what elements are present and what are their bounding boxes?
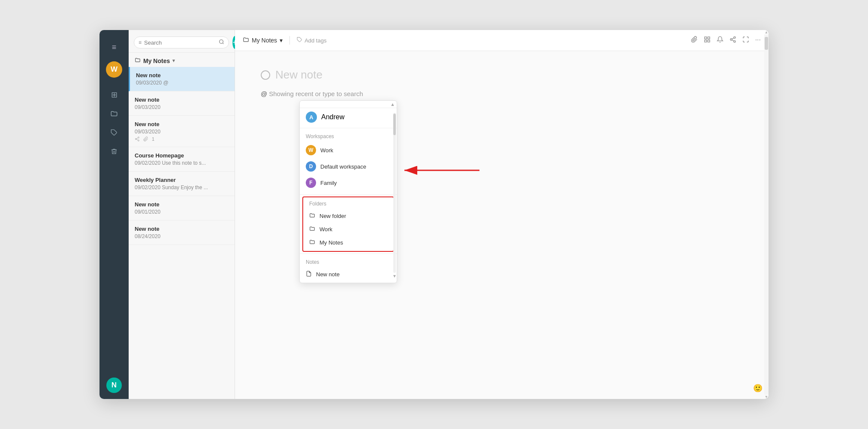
note-title: Weekly Planner [135,177,229,183]
share-toolbar-icon[interactable] [729,36,736,45]
dropdown-folders-section: Folders New folder Work [303,197,393,251]
filter-icon[interactable]: ≡ [139,39,142,45]
dropdown-scroll-down-icon[interactable]: ▼ [392,274,397,278]
folder-item-mynotes[interactable]: My Notes [309,236,387,249]
search-hint-text: Showing recent or type to search [269,90,363,97]
dropdown-divider [300,128,397,128]
notes-list-header: ≡ + [129,30,235,53]
notes-label: Notes [306,259,391,265]
add-tags-button[interactable]: Add tags [297,37,326,44]
toolbar-divider [289,36,290,45]
folder-breadcrumb[interactable]: My Notes ▾ [243,36,283,44]
workspace-dot-work: W [306,145,316,155]
notes-list-panel: ≡ + My Notes ▾ New note 09/03/2020 @ [129,30,235,399]
tag-icon[interactable] [106,124,122,141]
grid-icon[interactable]: ⊞ [106,87,122,103]
red-arrow [398,157,484,183]
svg-rect-11 [705,40,707,42]
svg-rect-12 [708,40,710,42]
search-bar[interactable]: ≡ [134,36,229,48]
search-input[interactable] [144,39,216,46]
more-options-icon[interactable]: ··· [755,36,761,45]
note-title: New note [135,201,229,208]
scroll-up-icon[interactable]: ▲ [765,30,769,34]
user-initial-badge: A [306,112,317,123]
svg-rect-10 [708,37,710,39]
add-tags-label: Add tags [304,37,326,44]
user-avatar[interactable]: W [106,61,122,78]
mention-dropdown: ▲ A Andrew Workspaces W Work D [299,100,397,283]
note-item[interactable]: Course Homepage 09/02/2020 Use this note… [129,147,235,172]
at-sign: @ [261,90,267,97]
note-item[interactable]: New note 09/03/2020 @ [129,67,235,91]
toolbar-folder-icon [243,36,249,44]
svg-point-14 [730,39,732,40]
note-icon [306,271,312,278]
grid-toolbar-icon[interactable] [704,36,711,45]
note-item[interactable]: New note 09/03/2020 [129,91,235,116]
note-item[interactable]: New note 09/03/2020 1 [129,116,235,147]
folder-name-work: Work [319,226,332,233]
folder-icon [309,239,315,246]
dropdown-divider-3 [300,254,397,254]
main-scrollbar: ▲ ▼ [764,30,769,399]
note-item[interactable]: Weekly Planner 09/02/2020 Sunday Enjoy t… [129,172,235,196]
main-area: My Notes ▾ Add tags [235,30,769,399]
attachment-toolbar-icon[interactable] [691,36,698,45]
note-date: 09/03/2020 [135,104,229,110]
folders-label: Folders [309,201,387,207]
dropdown-divider-2 [300,194,397,195]
emoji-button[interactable]: 🙂 [753,384,763,393]
folders-section-highlight: Folders New folder Work [302,196,394,252]
app-window: ≡ W ⊞ N ≡ + [99,30,769,399]
folder-icon[interactable] [106,106,122,122]
svg-point-13 [734,36,735,38]
attachment-count: 1 [152,136,154,142]
bell-icon[interactable] [717,36,723,45]
trash-icon[interactable] [106,143,122,160]
note-date: 09/01/2020 [135,209,229,215]
svg-point-15 [734,41,735,42]
note-title: New note [135,226,229,232]
scrollbar-thumb[interactable] [765,37,768,50]
svg-rect-9 [705,37,707,39]
dropdown-scroll-up-icon[interactable]: ▲ [390,102,395,107]
n-avatar[interactable]: N [106,378,122,393]
folder-item-new[interactable]: New folder [309,209,387,223]
note-date: 09/02/2020 Sunday Enjoy the ... [135,184,229,190]
notes-list: New note 09/03/2020 @ New note 09/03/202… [129,67,235,399]
note-date: 09/03/2020 [135,129,229,135]
folder-name-mynotes: My Notes [319,239,343,246]
folder-item-work[interactable]: Work [309,223,387,236]
svg-line-6 [136,139,138,140]
my-notes-header[interactable]: My Notes ▾ [129,53,235,67]
workspace-name-family: Family [320,180,337,186]
dropdown-user-item[interactable]: A Andrew [300,108,397,126]
note-item[interactable]: New note 09/01/2020 [129,196,235,221]
hamburger-menu-button[interactable]: ≡ [107,38,122,57]
fullscreen-icon[interactable] [742,36,749,45]
workspace-item-default[interactable]: D Default workspace [306,158,391,175]
attachment-icon [143,136,148,142]
toolbar-right: ··· [691,36,761,45]
workspace-item-family[interactable]: F Family [306,175,391,191]
note-item[interactable]: New note 08/24/2020 [129,221,235,245]
dropdown-scrollbar-thumb [393,114,396,135]
workspace-item-work[interactable]: W Work [306,142,391,158]
tag-icon [297,37,302,44]
search-icon[interactable] [219,39,224,46]
note-title: Course Homepage [135,152,229,159]
note-editor: New note @ Showing recent or type to sea… [235,51,769,399]
workspace-name-default: Default workspace [320,163,366,170]
note-item-newnote[interactable]: New note [306,268,391,281]
scroll-down-icon[interactable]: ▼ [765,395,769,399]
note-main-title[interactable]: New note [275,68,322,82]
chevron-down-icon[interactable]: ▾ [172,58,175,63]
search-hint: @ Showing recent or type to search [261,90,743,97]
main-toolbar: My Notes ▾ Add tags [235,30,769,51]
folder-icon [309,212,315,220]
svg-point-5 [138,140,139,141]
user-name: Andrew [321,113,344,121]
folder-icon [309,226,315,233]
folder-name-new: New folder [319,213,346,219]
